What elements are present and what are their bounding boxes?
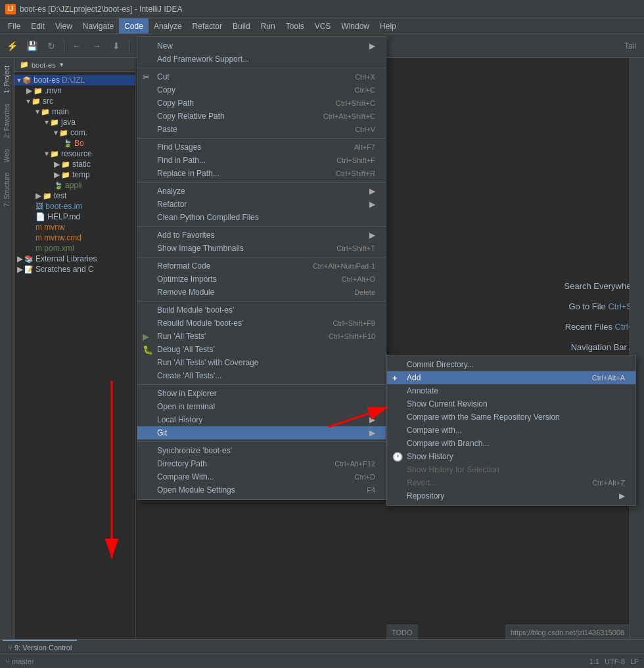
- tree-item-temp[interactable]: ▶ 📁 temp: [14, 169, 135, 180]
- toolbar-forward-btn[interactable]: →: [87, 37, 106, 55]
- ctx-module-settings-shortcut: F4: [367, 486, 375, 494]
- toolbar-project-btn[interactable]: ⚡: [3, 37, 21, 55]
- sub-repository-label: Repository: [407, 491, 444, 501]
- ctx-refactor[interactable]: Refactor ▶: [137, 198, 386, 211]
- project-dropdown[interactable]: ▾: [60, 60, 64, 69]
- ctx-find-in-path[interactable]: Find in Path... Ctrl+Shift+F: [137, 154, 386, 167]
- tree-item-resources[interactable]: ▾ 📁 resource: [14, 148, 135, 159]
- tree-item-appli[interactable]: 🍃 appli: [14, 180, 135, 190]
- tab-version-control[interactable]: ⑂ 9: Version Control: [3, 640, 77, 654]
- ctx-find-usages[interactable]: Find Usages Alt+F7: [137, 141, 386, 154]
- tree-item-ext-lib[interactable]: ▶ 📚 External Libraries: [14, 254, 135, 264]
- ctx-add-favorites[interactable]: Add to Favorites ▶: [137, 229, 386, 242]
- sub-compare-repo-label: Compare with the Same Repository Version: [407, 412, 560, 422]
- ctx-remove-module[interactable]: Remove Module Delete: [137, 286, 386, 299]
- tree-item-scratches[interactable]: ▶ 📝 Scratches and C: [14, 264, 135, 275]
- menu-code[interactable]: Code: [119, 18, 149, 33]
- sidebar-tab-web[interactable]: Web: [1, 144, 12, 167]
- ctx-run-tests[interactable]: ▶ Run 'All Tests' Ctrl+Shift+F10: [137, 330, 386, 343]
- ctx-sep-1: [137, 68, 386, 68]
- toolbar-save-btn[interactable]: 💾: [22, 37, 41, 55]
- sub-commit-dir[interactable]: Commit Directory...: [387, 358, 635, 371]
- ctx-debug-tests[interactable]: 🐛 Debug 'All Tests': [137, 343, 386, 356]
- ctx-clean-python[interactable]: Clean Python Compiled Files: [137, 211, 386, 224]
- ctx-copy[interactable]: Copy Ctrl+C: [137, 83, 386, 97]
- sub-repository[interactable]: Repository ▶: [387, 489, 635, 502]
- ctx-analyze[interactable]: Analyze ▶: [137, 185, 386, 198]
- menu-vcs[interactable]: VCS: [310, 18, 336, 33]
- ctx-open-terminal[interactable]: Open in terminal: [137, 400, 386, 413]
- tree-item-test[interactable]: ▶ 📁 test: [14, 190, 135, 201]
- sub-compare-repo[interactable]: Compare with the Same Repository Version: [387, 411, 635, 424]
- ctx-copy-path[interactable]: Copy Path Ctrl+Shift+C: [137, 97, 386, 110]
- ctx-local-history[interactable]: Local History ▶: [137, 413, 386, 426]
- ctx-add-framework[interactable]: Add Framework Support...: [137, 53, 386, 66]
- toolbar-recent-btn[interactable]: ⬇: [107, 37, 126, 55]
- sub-history-sel[interactable]: Show History for Selection: [387, 463, 635, 476]
- tree-item-main[interactable]: ▾ 📁 main: [14, 106, 135, 117]
- menu-navigate[interactable]: Navigate: [78, 18, 119, 33]
- tree-item-boot-es[interactable]: ▾ 📦 boot-es D:\JZL: [14, 75, 135, 85]
- menu-run[interactable]: Run: [256, 18, 281, 33]
- ctx-new[interactable]: New ▶: [137, 39, 386, 53]
- ctx-show-explorer[interactable]: Show in Explorer: [137, 387, 386, 400]
- tree-item-pom[interactable]: m pom.xml: [14, 243, 135, 254]
- ctx-run-coverage[interactable]: Run 'All Tests' with Coverage: [137, 356, 386, 369]
- menu-refactor[interactable]: Refactor: [187, 18, 227, 33]
- ctx-replace-in-path[interactable]: Replace in Path... Ctrl+Shift+R: [137, 167, 386, 180]
- tree-item-mvnw-cmd[interactable]: m mvnw.cmd: [14, 233, 135, 243]
- shortcut-recent-files: Recent Files Ctrl+E: [564, 322, 639, 332]
- ctx-module-settings[interactable]: Open Module Settings F4: [137, 483, 386, 497]
- ctx-analyze-label: Analyze: [157, 187, 185, 196]
- ctx-build-module-label: Build Module 'boot-es': [157, 305, 234, 315]
- tree-item-com[interactable]: ▾ 📁 com.: [14, 127, 135, 138]
- sub-revert[interactable]: Revert... Ctrl+Alt+Z: [387, 476, 635, 489]
- tree-item-help[interactable]: 📄 HELP.md: [14, 212, 135, 222]
- tree-item-mvn[interactable]: ▶ 📁 .mvn: [14, 85, 135, 96]
- tree-arrow-static: ▶: [54, 160, 60, 169]
- menu-window[interactable]: Window: [336, 18, 375, 33]
- sub-add[interactable]: + Add Ctrl+Alt+A: [387, 371, 635, 384]
- ctx-synchronize[interactable]: Synchronize 'boot-es': [137, 444, 386, 457]
- ctx-rebuild-module[interactable]: Rebuild Module 'boot-es' Ctrl+Shift+F9: [137, 317, 386, 330]
- ctx-show-thumbnails[interactable]: Show Image Thumbnails Ctrl+Shift+T: [137, 242, 386, 255]
- tree-item-src[interactable]: ▾ 📁 src: [14, 96, 135, 106]
- sidebar-tab-structure[interactable]: 7: Structure: [1, 167, 12, 212]
- ctx-find-usages-shortcut: Alt+F7: [354, 143, 375, 151]
- git-branch-btn[interactable]: ⑂ master: [5, 657, 34, 665]
- sub-compare-with[interactable]: Compare with...: [387, 424, 635, 437]
- tree-item-bootes-im[interactable]: 🖼 boot-es.im: [14, 201, 135, 212]
- sub-annotate[interactable]: Annotate: [387, 384, 635, 397]
- tree-label-path: D:\JZL: [62, 76, 85, 85]
- tree-item-bo[interactable]: 🍃 Bo: [14, 138, 135, 148]
- sub-show-revision[interactable]: Show Current Revision: [387, 397, 635, 411]
- ctx-optimize[interactable]: Optimize Imports Ctrl+Alt+O: [137, 273, 386, 286]
- sidebar-tab-favorites[interactable]: 2: Favorites: [1, 99, 12, 143]
- sidebar-tab-project[interactable]: 1: Project: [1, 60, 12, 99]
- menu-file[interactable]: File: [3, 18, 26, 33]
- sub-compare-branch[interactable]: Compare with Branch...: [387, 437, 635, 450]
- ctx-cut[interactable]: ✂ Cut Ctrl+X: [137, 70, 386, 83]
- ctx-git[interactable]: Git ▶: [137, 426, 386, 439]
- menu-help[interactable]: Help: [375, 18, 402, 33]
- menu-edit[interactable]: Edit: [26, 18, 50, 33]
- ctx-paste[interactable]: Paste Ctrl+V: [137, 123, 386, 136]
- ctx-reformat[interactable]: Reformat Code Ctrl+Alt+NumPad-1: [137, 259, 386, 273]
- toolbar-sync-btn[interactable]: ↻: [42, 37, 60, 55]
- ctx-compare-with[interactable]: Compare With... Ctrl+D: [137, 470, 386, 483]
- ctx-dir-path[interactable]: Directory Path Ctrl+Alt+F12: [137, 457, 386, 470]
- tree-arrow-com: ▾: [54, 128, 58, 137]
- menu-build[interactable]: Build: [227, 18, 256, 33]
- tree-item-mvnw[interactable]: m mvnw: [14, 222, 135, 233]
- tree-item-static[interactable]: ▶ 📁 static: [14, 159, 135, 169]
- toolbar-back-btn[interactable]: ←: [68, 37, 86, 55]
- sub-show-history[interactable]: 🕐 Show History: [387, 450, 635, 463]
- menu-tools[interactable]: Tools: [281, 18, 310, 33]
- ctx-build-module[interactable]: Build Module 'boot-es': [137, 303, 386, 317]
- ctx-copy-rel-path[interactable]: Copy Relative Path Ctrl+Alt+Shift+C: [137, 110, 386, 123]
- tree-item-java[interactable]: ▾ 📁 java: [14, 117, 135, 127]
- menu-view[interactable]: View: [50, 18, 78, 33]
- ctx-create-tests[interactable]: Create 'All Tests'...: [137, 369, 386, 382]
- tree-label-mvnw-cmd: m mvnw.cmd: [35, 233, 81, 242]
- menu-analyze[interactable]: Analyze: [149, 18, 187, 33]
